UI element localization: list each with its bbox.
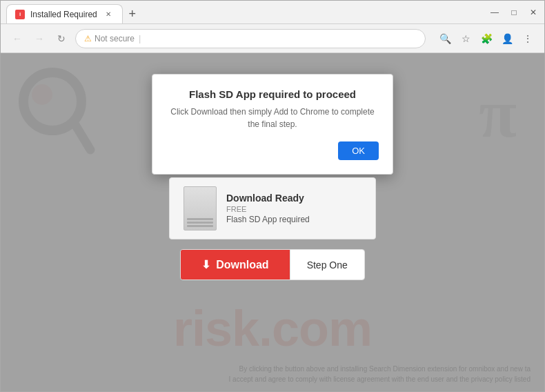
close-button[interactable]: ✕: [528, 7, 539, 18]
icon-line-1: [187, 218, 213, 220]
warning-icon: ⚠: [84, 34, 92, 43]
dialog-message: Click Download then simply Add to Chrome…: [166, 106, 379, 130]
forward-button[interactable]: →: [31, 30, 48, 47]
download-description: Flash SD App required: [226, 215, 310, 224]
profile-icon[interactable]: 👤: [499, 30, 515, 47]
minimize-button[interactable]: —: [489, 7, 500, 18]
dialog-buttons: OK: [166, 141, 379, 160]
title-bar: i Installed Required ✕ + — □ ✕: [1, 1, 544, 24]
url-bar[interactable]: ⚠ Not secure |: [75, 29, 426, 48]
download-info: Download Ready FREE Flash SD App require…: [226, 193, 310, 224]
tab-title: Installed Required: [30, 10, 97, 19]
url-separator: |: [139, 33, 141, 43]
download-button[interactable]: ⬇ Download: [181, 250, 289, 280]
active-tab[interactable]: i Installed Required ✕: [6, 4, 123, 23]
footer-line-1: By clicking the button above and install…: [229, 364, 531, 374]
download-free-label: FREE: [226, 205, 310, 213]
address-bar-icons: 🔍 ☆ 🧩 👤 ⋮: [437, 30, 536, 47]
icon-line-3: [187, 225, 213, 227]
browser-frame: i Installed Required ✕ + — □ ✕ ←: [0, 0, 545, 392]
page-content: π risk.com Flash SD App required to proc…: [1, 53, 544, 391]
dialog-box: Flash SD App required to proceed Click D…: [152, 74, 393, 175]
maximize-button[interactable]: □: [508, 7, 519, 18]
search-icon[interactable]: 🔍: [437, 30, 453, 47]
download-button-label: Download: [216, 259, 268, 271]
download-ready-title: Download Ready: [226, 193, 310, 204]
menu-icon[interactable]: ⋮: [519, 30, 536, 47]
ok-button[interactable]: OK: [338, 141, 379, 160]
footer-line-2: I accept and agree to comply with licens…: [229, 374, 531, 384]
icon-line-2: [187, 222, 213, 224]
download-arrow-icon: ⬇: [201, 258, 210, 271]
footer-text: By clicking the button above and install…: [229, 364, 531, 384]
new-tab-button[interactable]: +: [123, 4, 142, 23]
extension-icon[interactable]: 🧩: [478, 30, 495, 47]
address-bar: ← → ↻ ⚠ Not secure | 🔍 ☆ 🧩 👤 ⋮: [1, 24, 544, 53]
dialog-title: Flash SD App required to proceed: [166, 88, 379, 100]
action-buttons: ⬇ Download Step One: [180, 249, 365, 280]
download-card: Download Ready FREE Flash SD App require…: [169, 177, 376, 239]
security-label: Not secure: [95, 34, 135, 43]
tab-bar: i Installed Required ✕ +: [6, 1, 142, 23]
reload-button[interactable]: ↻: [53, 30, 70, 47]
window-controls: — □ ✕: [489, 7, 539, 18]
back-button[interactable]: ←: [9, 30, 26, 47]
app-icon-lines: [187, 218, 213, 227]
tab-favicon: i: [15, 10, 25, 19]
security-badge: ⚠ Not secure: [84, 34, 135, 43]
app-icon: [184, 186, 217, 231]
step-one-button[interactable]: Step One: [290, 250, 364, 280]
tab-close-button[interactable]: ✕: [103, 9, 114, 20]
bookmark-icon[interactable]: ☆: [457, 30, 474, 47]
main-content: Download Ready FREE Flash SD App require…: [169, 177, 376, 280]
